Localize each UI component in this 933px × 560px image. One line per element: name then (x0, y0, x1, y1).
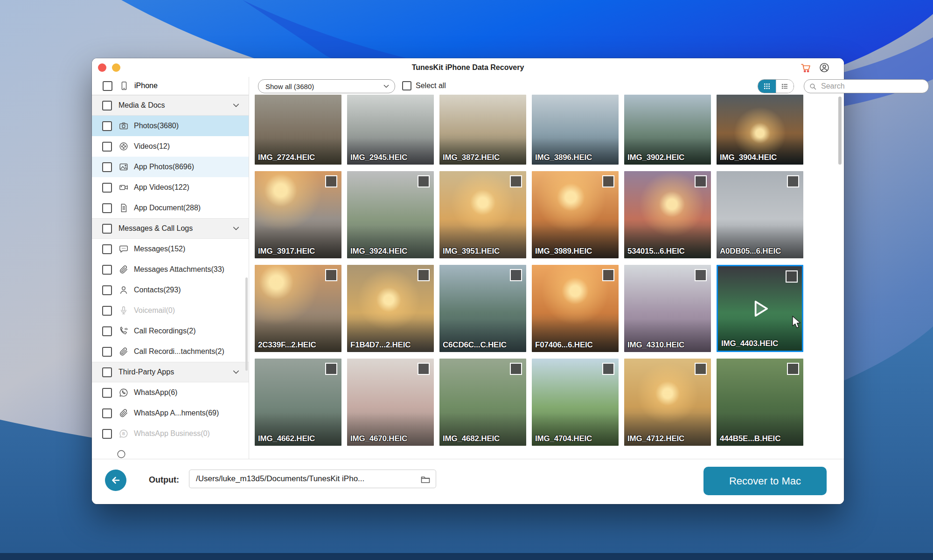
photo-thumbnail[interactable]: 2C339F...2.HEIC (255, 265, 341, 352)
thumbnail-checkbox[interactable] (325, 363, 337, 375)
checkbox[interactable] (102, 183, 112, 193)
sidebar-section-header[interactable]: Messages & Call Logs (92, 218, 249, 239)
thumbnail-checkbox[interactable] (787, 363, 799, 375)
thumbnail-checkbox[interactable] (418, 363, 430, 375)
grid-view-button[interactable] (758, 80, 776, 93)
thumbnail-checkbox[interactable] (695, 175, 707, 187)
sidebar-item[interactable]: Voicemail(0) (92, 300, 249, 321)
checkbox[interactable] (102, 121, 112, 131)
checkbox[interactable] (102, 285, 112, 295)
photo-thumbnail[interactable]: IMG_3896.HEIC (532, 95, 619, 165)
photo-thumbnail[interactable]: IMG_3872.HEIC (439, 95, 526, 165)
photo-thumbnail[interactable]: IMG_4670.HEIC (347, 359, 434, 446)
thumbnail-checkbox[interactable] (695, 269, 707, 281)
sidebar-item-iphone[interactable]: iPhone (92, 77, 249, 95)
thumbnail-checkbox[interactable] (325, 175, 337, 187)
photo-thumbnail[interactable]: IMG_4712.HEIC (624, 359, 711, 446)
output-path-field[interactable] (189, 470, 436, 488)
thumbnail-checkbox[interactable] (602, 175, 614, 187)
select-all-checkbox[interactable] (402, 81, 411, 90)
sidebar-item[interactable]: App Document(288) (92, 198, 249, 218)
photo-thumbnail[interactable]: C6CD6C...C.HEIC (439, 265, 526, 352)
checkbox[interactable] (103, 81, 112, 91)
thumbnail-checkbox[interactable] (510, 363, 522, 375)
play-icon[interactable] (747, 296, 773, 322)
thumbnail-checkbox[interactable] (325, 269, 337, 281)
thumbnail-checkbox[interactable] (787, 175, 799, 187)
checkbox[interactable] (102, 429, 112, 439)
photo-thumbnail[interactable]: IMG_4662.HEIC (255, 359, 341, 446)
thumbnail-checkbox[interactable] (602, 269, 614, 281)
sidebar-item[interactable]: Messages Attachments(33) (92, 259, 249, 280)
sidebar-item[interactable]: WhatsApp A...hments(69) (92, 403, 249, 423)
photo-grid: IMG_2724.HEICIMG_2945.HEICIMG_3872.HEICI… (249, 95, 844, 459)
sidebar-scrollbar[interactable] (245, 277, 248, 371)
photo-thumbnail[interactable]: IMG_4310.HEIC (624, 265, 711, 352)
photo-thumbnail[interactable]: F07406...6.HEIC (532, 265, 619, 352)
sidebar-item[interactable]: Call Recordings(2) (92, 321, 249, 341)
sidebar-item[interactable]: BWhatsApp Business(0) (92, 423, 249, 444)
filter-dropdown[interactable]: Show all (3680) (258, 79, 395, 93)
photo-thumbnail[interactable]: IMG_2945.HEIC (347, 95, 434, 165)
thumbnail-checkbox[interactable] (602, 363, 614, 375)
thumbnail-checkbox[interactable] (510, 269, 522, 281)
back-button[interactable] (105, 470, 126, 491)
photo-thumbnail[interactable]: 534015...6.HEIC (624, 171, 711, 258)
checkbox[interactable] (102, 306, 112, 316)
sidebar-item[interactable]: Contacts(293) (92, 280, 249, 300)
photo-thumbnail[interactable]: 444B5E...B.HEIC (717, 359, 803, 446)
grid-scrollbar[interactable] (838, 97, 842, 165)
thumbnail-checkbox[interactable] (418, 175, 430, 187)
sidebar-item[interactable]: App Photos(8696) (92, 157, 249, 177)
checkbox[interactable] (102, 224, 112, 234)
sidebar-section-header[interactable]: Media & Docs (92, 95, 249, 116)
sidebar-item[interactable]: App Videos(122) (92, 177, 249, 198)
folder-icon[interactable] (420, 474, 431, 485)
sidebar-section-header[interactable]: Third-Party Apps (92, 362, 249, 382)
photo-thumbnail[interactable]: IMG_4704.HEIC (532, 359, 619, 446)
checkbox[interactable] (102, 326, 112, 336)
photo-thumbnail[interactable]: IMG_4403.HEIC (717, 265, 803, 352)
photo-thumbnail[interactable]: IMG_3924.HEIC (347, 171, 434, 258)
photo-thumbnail[interactable]: IMG_3951.HEIC (439, 171, 526, 258)
search-input[interactable] (820, 82, 920, 91)
thumbnail-checkbox[interactable] (786, 270, 798, 283)
sidebar-item[interactable]: Photos(3680) (92, 116, 249, 136)
checkbox[interactable] (102, 265, 112, 275)
sidebar-item[interactable]: Videos(12) (92, 136, 249, 157)
photo-thumbnail[interactable]: IMG_3904.HEIC (717, 95, 803, 165)
photo-thumbnail[interactable]: IMG_3917.HEIC (255, 171, 341, 258)
sidebar-item[interactable]: WhatsApp(6) (92, 382, 249, 403)
photo-thumbnail[interactable]: A0DB05...6.HEIC (717, 171, 803, 258)
checkbox[interactable] (102, 162, 112, 172)
photo-thumbnail[interactable]: IMG_4682.HEIC (439, 359, 526, 446)
checkbox[interactable] (102, 244, 112, 254)
account-icon[interactable] (819, 62, 830, 73)
chevron-down-icon[interactable] (232, 368, 240, 376)
cart-icon[interactable] (800, 62, 811, 73)
photo-thumbnail[interactable]: IMG_3989.HEIC (532, 171, 619, 258)
thumbnail-checkbox[interactable] (510, 175, 522, 187)
checkbox[interactable] (102, 101, 112, 111)
select-all-control[interactable]: Select all (402, 79, 446, 92)
checkbox[interactable] (102, 203, 112, 213)
sidebar-item[interactable] (92, 444, 249, 459)
checkbox[interactable] (102, 367, 112, 377)
checkbox[interactable] (102, 347, 112, 357)
photo-thumbnail[interactable]: IMG_3902.HEIC (624, 95, 711, 165)
sidebar-item[interactable]: Messages(152) (92, 239, 249, 259)
mic-icon (118, 305, 129, 316)
thumbnail-checkbox[interactable] (418, 269, 430, 281)
output-path-input[interactable] (195, 474, 411, 484)
sidebar-item[interactable]: Call Recordi...tachments(2) (92, 341, 249, 362)
chevron-down-icon[interactable] (232, 224, 240, 233)
recover-to-mac-button[interactable]: Recover to Mac (703, 467, 827, 495)
checkbox[interactable] (102, 142, 112, 152)
checkbox[interactable] (102, 388, 112, 398)
thumbnail-checkbox[interactable] (695, 363, 707, 375)
checkbox[interactable] (102, 408, 112, 418)
chevron-down-icon[interactable] (232, 101, 240, 110)
photo-thumbnail[interactable]: F1B4D7...2.HEIC (347, 265, 434, 352)
photo-thumbnail[interactable]: IMG_2724.HEIC (255, 95, 341, 165)
list-view-button[interactable] (776, 80, 794, 93)
